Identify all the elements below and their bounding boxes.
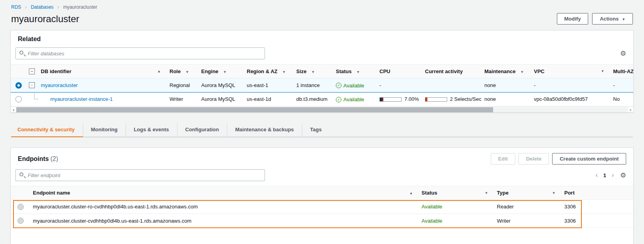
breadcrumb: RDS › Databases › myauroracluster <box>0 0 644 10</box>
header-maintenance[interactable]: Maintenance▼ <box>482 64 532 78</box>
cell-select <box>11 92 27 106</box>
scrollbar-thumb[interactable] <box>16 107 493 112</box>
cell-current-activity: 2 Selects/Sec <box>423 92 482 106</box>
cell-maintenance: none <box>482 78 532 93</box>
endpoints-table-header-row: Endpoint name▲ Status▼ Type▼ Port <box>11 186 633 200</box>
endpoint-row-writer[interactable]: myauroracluster.cluster-cvdhhbp0dl4b.us-… <box>11 214 633 228</box>
endpoint-row-reader[interactable]: myauroracluster.cluster-ro-cvdhhbp0dl4b.… <box>11 200 633 214</box>
page-number[interactable]: 1 <box>603 172 606 178</box>
header-status[interactable]: Status▼ <box>333 64 377 78</box>
instance-radio[interactable] <box>15 96 22 102</box>
cell-cpu: 7.00% <box>377 92 423 106</box>
header-select <box>11 64 27 78</box>
cell-size: db.t3.medium <box>294 92 333 106</box>
horizontal-scrollbar[interactable]: ‹ › <box>11 106 633 112</box>
cell-port: 3306 <box>562 200 633 214</box>
filter-caret-icon: ▼ <box>520 70 524 74</box>
endpoints-header: Endpoints(2) Edit Delete Create custom e… <box>11 148 633 168</box>
cell-engine: Aurora MySQL <box>199 92 244 106</box>
cell-type: Writer <box>495 214 562 228</box>
breadcrumb-separator-icon: › <box>57 4 59 10</box>
page-prev-icon[interactable]: ‹ <box>596 172 598 178</box>
endpoint-radio[interactable] <box>17 218 24 224</box>
tab-bar: Connectivity & security Monitoring Logs … <box>11 123 633 137</box>
db-row-cluster[interactable]: − myauroracluster Regional Aurora MySQL … <box>11 78 633 93</box>
tab-monitoring[interactable]: Monitoring <box>83 123 126 137</box>
endpoints-toolbar: ‹ 1 › ⚙ <box>11 168 633 186</box>
cell-port: 3306 <box>562 214 633 228</box>
cell-endpoint-name: myauroracluster.cluster-cvdhhbp0dl4b.us-… <box>30 214 419 228</box>
available-check-icon: ✓ <box>336 97 341 102</box>
scroll-left-icon[interactable]: ‹ <box>11 107 16 112</box>
filter-endpoint-input[interactable] <box>15 169 265 181</box>
filter-caret-icon: ▼ <box>552 191 556 195</box>
tab-connectivity-security[interactable]: Connectivity & security <box>11 123 83 137</box>
status-text: Available <box>343 83 364 89</box>
header-type[interactable]: Type▼ <box>495 186 562 200</box>
cell-status: Available <box>419 214 494 228</box>
header-engine[interactable]: Engine▼ <box>199 64 244 78</box>
title-actions: Modify Actions▼ <box>557 13 633 25</box>
table-settings-gear-icon[interactable]: ⚙ <box>620 50 626 57</box>
cluster-radio-selected[interactable] <box>15 82 22 89</box>
cell-maintenance: none <box>482 92 532 106</box>
header-region-az[interactable]: Region & AZ▼ <box>244 64 294 78</box>
tree-connector <box>34 93 38 99</box>
header-vpc[interactable]: VPC▼ <box>532 64 611 78</box>
filter-databases-search <box>15 47 265 59</box>
filter-caret-icon: ▼ <box>601 69 604 73</box>
tab-logs-events[interactable]: Logs & events <box>126 123 177 137</box>
tab-tags[interactable]: Tags <box>302 123 330 137</box>
cell-select <box>11 78 27 93</box>
related-table-clip: − DB identifier▲ Role▼ Engine▼ Region & … <box>11 64 633 106</box>
header-port: Port <box>562 186 633 200</box>
cell-multi-az: - <box>611 78 633 93</box>
delete-button[interactable]: Delete <box>518 153 549 165</box>
edit-button[interactable]: Edit <box>491 153 516 165</box>
cell-region-az: us-east-1d <box>244 92 294 106</box>
actions-button[interactable]: Actions▼ <box>592 13 633 25</box>
filter-caret-icon: ▼ <box>282 70 286 74</box>
breadcrumb-link-databases[interactable]: Databases <box>31 4 53 10</box>
filter-databases-input[interactable] <box>15 47 265 59</box>
cell-type: Reader <box>495 200 562 214</box>
cell-expand <box>27 92 38 106</box>
page-next-icon[interactable]: › <box>612 172 614 178</box>
modify-button[interactable]: Modify <box>557 13 589 25</box>
activity-value: 2 Selects/Sec <box>450 96 482 102</box>
endpoints-count: (2) <box>50 155 58 162</box>
cell-db-identifier: myauroracluster-instance-1 <box>38 92 167 106</box>
collapse-row-toggle[interactable]: − <box>29 82 35 88</box>
cell-expand: − <box>27 78 38 93</box>
related-title: Related <box>18 36 41 43</box>
cell-role: Writer <box>167 92 199 106</box>
breadcrumb-separator-icon: › <box>25 4 27 10</box>
breadcrumb-link-rds[interactable]: RDS <box>11 4 21 10</box>
header-multi-az: Multi-AZ <box>611 64 633 78</box>
status-text: Available <box>343 96 364 102</box>
scrollbar-track[interactable] <box>16 107 627 112</box>
tab-configuration[interactable]: Configuration <box>177 123 227 137</box>
header-cpu: CPU <box>377 64 423 78</box>
cell-multi-az: No <box>611 92 633 106</box>
cell-status: ✓Available <box>333 92 377 106</box>
filter-endpoint-search <box>15 169 265 181</box>
header-status[interactable]: Status▼ <box>419 186 494 200</box>
collapse-all-toggle[interactable]: − <box>29 68 35 74</box>
header-endpoint-name[interactable]: Endpoint name▲ <box>30 186 419 200</box>
header-size[interactable]: Size▼ <box>294 64 333 78</box>
header-role[interactable]: Role▼ <box>167 64 199 78</box>
cell-region-az: us-east-1 <box>244 78 294 93</box>
db-row-instance[interactable]: myauroracluster-instance-1 Writer Aurora… <box>11 92 633 106</box>
header-current-activity: Current activity <box>423 64 482 78</box>
db-identifier-link[interactable]: myauroracluster-instance-1 <box>50 96 113 102</box>
tab-maintenance-backups[interactable]: Maintenance & backups <box>227 123 302 137</box>
filter-caret-icon: ▼ <box>223 70 227 74</box>
create-custom-endpoint-button[interactable]: Create custom endpoint <box>552 153 626 165</box>
scroll-right-icon[interactable]: › <box>628 107 633 112</box>
table-settings-gear-icon[interactable]: ⚙ <box>620 172 626 179</box>
endpoints-table-wrap: Endpoint name▲ Status▼ Type▼ Port myauro… <box>11 186 633 228</box>
endpoint-radio[interactable] <box>17 204 24 210</box>
header-db-identifier[interactable]: DB identifier▲ <box>38 64 167 78</box>
db-identifier-link[interactable]: myauroracluster <box>41 82 78 88</box>
